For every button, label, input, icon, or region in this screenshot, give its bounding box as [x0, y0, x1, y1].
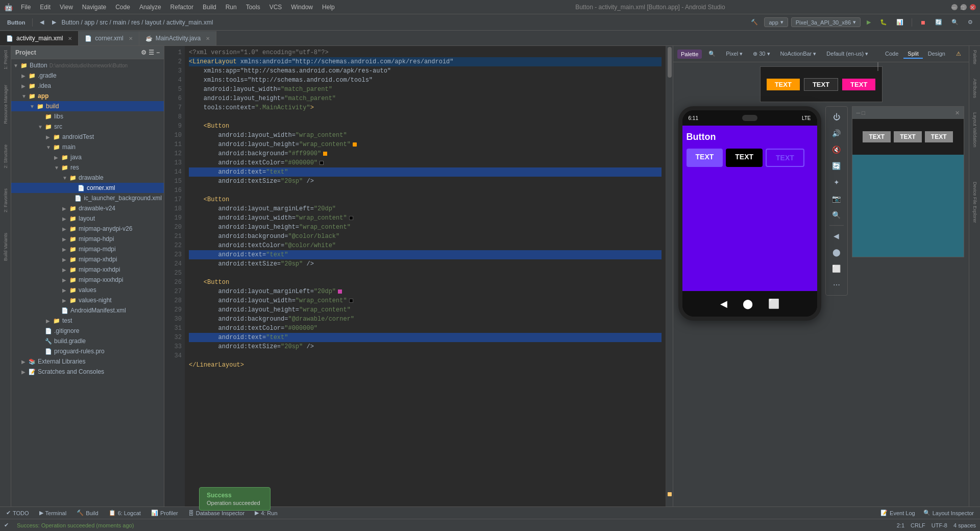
- menu-navigate[interactable]: Navigate: [78, 3, 110, 12]
- tree-java[interactable]: ▶ 📁 java: [11, 152, 164, 162]
- tree-build[interactable]: ▼ 📁 build: [11, 101, 164, 111]
- tab-mainactivity-java[interactable]: ☕ MainActivity.java ✕: [139, 31, 216, 45]
- tree-external-libs[interactable]: ▶ 📚 External Libraries: [11, 356, 164, 367]
- attributes-sidebar-icon[interactable]: Attributes: [971, 77, 978, 100]
- sync-button[interactable]: 🔄: [932, 18, 945, 27]
- resource-manager-toggle[interactable]: Resource Manager: [2, 83, 9, 126]
- profiler-tool[interactable]: 📊 Profiler: [149, 509, 180, 517]
- tree-root-button[interactable]: ▼ 📁 Button D:\androidstudio\homework\But…: [11, 60, 164, 70]
- more-btn-emu[interactable]: ⋯: [829, 278, 844, 292]
- tree-test[interactable]: ▶ 📁 test: [11, 316, 164, 326]
- tree-scratches[interactable]: ▶ 📝 Scratches and Consoles: [11, 367, 164, 377]
- recents-btn-emu[interactable]: ⬜: [829, 261, 844, 276]
- tree-main[interactable]: ▼ 📁 main: [11, 142, 164, 152]
- tree-values[interactable]: ▶ 📁 values: [11, 285, 164, 295]
- tab-close-mainactivity[interactable]: ✕: [206, 36, 210, 41]
- todo-tool[interactable]: ✔ TODO: [4, 509, 31, 517]
- app-config-selector[interactable]: app ▾: [764, 17, 788, 27]
- tree-mipmap-xxxhdpi[interactable]: ▶ 📁 mipmap-xxxhdpi: [11, 275, 164, 285]
- tree-libs[interactable]: 📁 libs: [11, 111, 164, 122]
- stop-button[interactable]: ⏹: [917, 18, 929, 27]
- tree-corner-xml[interactable]: 📄 corner.xml: [11, 183, 164, 193]
- palette-sidebar-icon[interactable]: Palette: [971, 48, 978, 66]
- locale-selector[interactable]: Default (en-us) ▾: [823, 49, 872, 59]
- tab-activity-main-xml[interactable]: 📄 activity_main.xml ✕: [0, 31, 79, 45]
- menu-help[interactable]: Help: [318, 3, 339, 12]
- rpt-btn-2[interactable]: TEXT: [894, 131, 922, 142]
- home-nav-icon[interactable]: ⬤: [743, 298, 753, 309]
- maximize-button[interactable]: □: [961, 4, 967, 10]
- tree-androidtest[interactable]: ▶ 📁 androidTest: [11, 132, 164, 142]
- preview-btn-2[interactable]: TEXT: [804, 78, 838, 91]
- phone-btn-2[interactable]: TEXT: [726, 149, 763, 167]
- tree-src[interactable]: ▼ 📁 src: [11, 122, 164, 132]
- tree-mipmap-anydpi[interactable]: ▶ 📁 mipmap-anydpi-v26: [11, 224, 164, 234]
- preview-btn-1[interactable]: TEXT: [767, 79, 800, 90]
- tree-mipmap-xhdpi[interactable]: ▶ 📁 mipmap-xhdpi: [11, 254, 164, 264]
- menu-window[interactable]: Window: [287, 3, 317, 12]
- terminal-tool[interactable]: ▶ Terminal: [37, 509, 69, 517]
- rpt-btn-3[interactable]: TEXT: [925, 131, 953, 142]
- back-btn-emu[interactable]: ◀: [829, 229, 844, 243]
- phone-screen[interactable]: Button TEXT TEXT TEXT: [682, 126, 817, 291]
- build-tool[interactable]: 🔨 Build: [75, 509, 100, 517]
- split-view-tab[interactable]: Split: [903, 50, 922, 59]
- theme-selector[interactable]: NoActionBar ▾: [777, 49, 820, 59]
- api-selector[interactable]: ⊕ 30 ▾: [749, 49, 773, 59]
- settings-icon[interactable]: ☰: [149, 49, 154, 56]
- menu-edit[interactable]: Edit: [36, 3, 55, 12]
- tree-drawable[interactable]: ▼ 📁 drawable: [11, 173, 164, 183]
- design-view-tab[interactable]: Design: [924, 50, 949, 59]
- power-btn[interactable]: ⏻: [829, 110, 844, 124]
- code-content[interactable]: <?xml version="1.0" encoding="utf-8"?> <…: [185, 46, 666, 506]
- menu-analyze[interactable]: Analyze: [135, 3, 165, 12]
- logcat-tool[interactable]: 📋 6: Logcat: [107, 509, 143, 517]
- design-tool-1[interactable]: 🔍: [705, 49, 719, 59]
- rpt-btn-1[interactable]: TEXT: [863, 131, 891, 142]
- debug-button[interactable]: 🐛: [877, 18, 890, 27]
- preview-btn-3[interactable]: TEXT: [842, 79, 875, 90]
- device-file-explorer-icon[interactable]: Device File Explorer: [971, 180, 978, 225]
- menu-vcs[interactable]: VCS: [265, 3, 286, 12]
- close-button[interactable]: ✕: [970, 4, 976, 10]
- tree-mipmap-hdpi[interactable]: ▶ 📁 mipmap-hdpi: [11, 234, 164, 244]
- back-nav-icon[interactable]: ◀: [720, 298, 727, 309]
- tree-res[interactable]: ▼ 📁 res: [11, 162, 164, 173]
- tree-app[interactable]: ▼ 📁 app: [11, 91, 164, 101]
- menu-code[interactable]: Code: [111, 3, 134, 12]
- vol-up-btn[interactable]: 🔊: [829, 126, 844, 140]
- editor-area[interactable]: 12345 678910 1112131415 1617181920 21222…: [164, 46, 673, 506]
- tree-build-gradle[interactable]: 🔧 build.gradle: [11, 336, 164, 346]
- recents-nav-icon[interactable]: ⬜: [768, 298, 779, 309]
- tree-values-night[interactable]: ▶ 📁 values-night: [11, 295, 164, 305]
- device-selector[interactable]: Pixel_3a_API_30_x86 ▾: [791, 17, 861, 27]
- vol-down-btn[interactable]: 🔇: [829, 142, 844, 157]
- menu-run[interactable]: Run: [222, 3, 241, 12]
- editor-scrollbar[interactable]: [666, 46, 673, 506]
- menu-refactor[interactable]: Refactor: [166, 3, 198, 12]
- menu-file[interactable]: File: [17, 3, 35, 12]
- zoom-btn[interactable]: 🔍: [829, 208, 844, 222]
- tree-gitignore-app[interactable]: 📄 .gitignore: [11, 326, 164, 336]
- pixel-selector[interactable]: Pixel ▾: [722, 49, 746, 59]
- tab-close-corner[interactable]: ✕: [129, 36, 133, 41]
- tree-androidmanifest[interactable]: 📄 AndroidManifest.xml: [11, 305, 164, 316]
- palette-btn[interactable]: Palette: [677, 50, 702, 59]
- event-log-tool[interactable]: 📝 Event Log: [878, 509, 917, 517]
- tree-idea[interactable]: ▶ 📁 .idea: [11, 81, 164, 91]
- tree-drawable-v24[interactable]: ▶ 📁 drawable-v24: [11, 203, 164, 213]
- screenshot-btn[interactable]: 📷: [829, 191, 844, 206]
- tree-ic-launcher[interactable]: 📄 ic_launcher_background.xml: [11, 193, 164, 203]
- profile-button[interactable]: 📊: [893, 18, 906, 27]
- tree-mipmap-xxhdpi[interactable]: ▶ 📁 mipmap-xxhdpi: [11, 264, 164, 275]
- forward-btn[interactable]: ▶: [49, 18, 59, 27]
- tab-close-activity-main[interactable]: ✕: [68, 36, 72, 41]
- phone-btn-1[interactable]: TEXT: [687, 149, 723, 167]
- rotate-btn[interactable]: 🔄: [829, 159, 844, 173]
- erase-btn[interactable]: ✦: [829, 175, 844, 189]
- tab-corner-xml[interactable]: 📄 corner.xml ✕: [79, 31, 139, 45]
- build-variants-toggle[interactable]: Build Variants: [2, 231, 9, 263]
- code-view-tab[interactable]: Code: [881, 50, 902, 59]
- layout-inspector-tool[interactable]: 🔍 Layout Inspector: [921, 509, 976, 517]
- back-btn[interactable]: ◀: [37, 18, 47, 27]
